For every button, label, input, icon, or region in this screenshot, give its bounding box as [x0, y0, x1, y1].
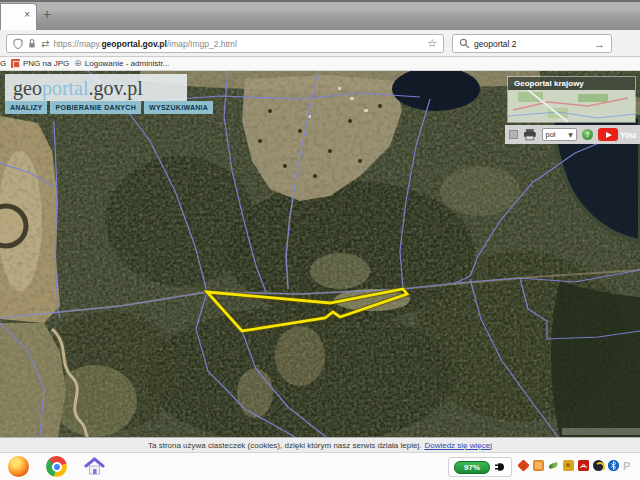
bookmarks-bar: G PNG na JPG ⊕ Logowanie - administr...: [0, 57, 640, 71]
chrome-icon[interactable]: [46, 456, 67, 477]
map-attribution-watermark: [562, 428, 640, 435]
help-button[interactable]: ?: [582, 129, 593, 140]
battery-indicator: 97%: [454, 461, 490, 474]
desktop-screen: × + ⇄ https://mapy.geoportal.gov.pl/imap…: [0, 0, 640, 480]
overview-panel-title[interactable]: Geoportal krajowy: [508, 77, 635, 90]
cookie-text: Ta strona używa ciasteczek (cookies), dz…: [148, 441, 421, 450]
adobe-reader-tray-icon[interactable]: [578, 460, 589, 471]
bookmark-logowanie[interactable]: ⊕ Logowanie - administr...: [74, 59, 169, 68]
browser-tab[interactable]: ×: [0, 3, 37, 30]
browser-tab-bar: × +: [0, 0, 640, 30]
logo-text: geoportal.gov.pl: [13, 78, 143, 98]
search-icon: [459, 38, 470, 49]
bluetooth-icon[interactable]: [608, 460, 619, 471]
bookmark-star-icon[interactable]: ☆: [427, 37, 437, 50]
language-value: pol: [546, 130, 556, 139]
menu-pobieranie-danych[interactable]: POBIERANIE DANYCH: [50, 101, 141, 114]
layers-icon[interactable]: [509, 130, 518, 139]
search-go-arrow-icon[interactable]: →: [594, 38, 605, 50]
language-select[interactable]: pol ▼: [542, 128, 577, 141]
lock-icon[interactable]: [27, 38, 37, 49]
globe-icon: ⊕: [74, 59, 82, 68]
tray-partial-icon[interactable]: P: [623, 460, 630, 471]
tray-red-app-icon[interactable]: [518, 460, 530, 471]
cookie-notice: Ta strona używa ciasteczek (cookies), dz…: [0, 437, 640, 452]
menu-wyszukiwania[interactable]: WYSZUKIWANIA: [144, 101, 213, 114]
chevron-down-icon: ▼: [568, 131, 573, 138]
permissions-swap-icon[interactable]: ⇄: [41, 39, 49, 49]
browser-navbar: ⇄ https://mapy.geoportal.gov.pl/imap/Img…: [0, 30, 640, 57]
cookie-more-link[interactable]: Dowiedz się więcej: [424, 441, 492, 450]
firefox-icon[interactable]: [8, 456, 29, 477]
battery-tray-widget[interactable]: 97%: [448, 457, 512, 477]
search-input[interactable]: [474, 39, 590, 49]
url-scheme: https://mapy.: [53, 39, 101, 49]
home-app-icon[interactable]: [84, 456, 105, 477]
print-icon[interactable]: [523, 129, 537, 141]
address-bar[interactable]: ⇄ https://mapy.geoportal.gov.pl/imap/Img…: [6, 34, 444, 53]
taskbar: 97% P: [0, 452, 640, 480]
tray-gold-app-icon[interactable]: [563, 460, 574, 471]
youtube-link[interactable]: You: [598, 128, 636, 141]
url-host: geoportal.gov.pl: [101, 39, 166, 49]
tray-orange-app-icon[interactable]: [533, 460, 544, 471]
shield-icon[interactable]: [13, 38, 23, 49]
image-file-icon: [11, 59, 20, 68]
youtube-play-icon: [598, 128, 618, 141]
bookmark-png-na-jpg[interactable]: PNG na JPG: [11, 59, 69, 68]
bookmark-label: Logowanie - administr...: [85, 59, 170, 68]
menu-analizy[interactable]: ANALIZY: [5, 101, 47, 114]
system-tray: P: [518, 460, 640, 471]
tab-close-icon[interactable]: ×: [24, 10, 30, 20]
youtube-label: You: [620, 130, 636, 140]
tray-leaf-app-icon[interactable]: [548, 460, 559, 471]
bookmark-partial[interactable]: G: [0, 59, 6, 68]
new-tab-button[interactable]: +: [43, 6, 51, 22]
geoportal-logo[interactable]: geoportal.gov.pl: [5, 74, 187, 101]
bookmark-label: PNG na JPG: [23, 59, 69, 68]
search-box[interactable]: →: [452, 34, 612, 53]
tray-dark-app-icon[interactable]: [593, 460, 604, 471]
url-path: /imap/Imgp_2.html: [167, 39, 237, 49]
map-toolbar: pol ▼ ? You: [505, 125, 640, 144]
overview-map-thumbnail[interactable]: [508, 90, 635, 122]
map-viewport[interactable]: geoportal.gov.pl ANALIZY POBIERANIE DANY…: [0, 71, 640, 437]
url-text[interactable]: https://mapy.geoportal.gov.pl/imap/Imgp_…: [53, 39, 236, 49]
map-menu: ANALIZY POBIERANIE DANYCH WYSZUKIWANIA: [5, 101, 213, 114]
power-plug-icon: [494, 461, 506, 473]
overview-panel[interactable]: Geoportal krajowy: [507, 76, 636, 123]
